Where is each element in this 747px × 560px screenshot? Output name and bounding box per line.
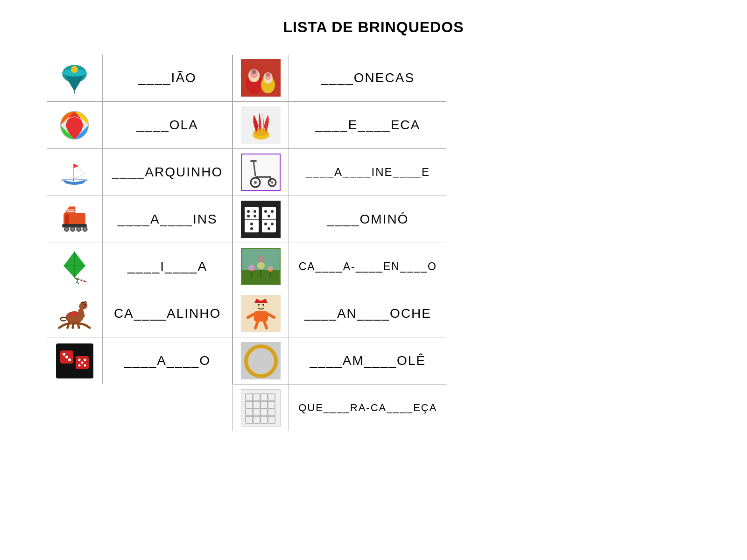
bamboleo-icon-cell: [233, 337, 289, 384]
table-row: ____E____ECA: [233, 102, 446, 149]
svg-point-97: [246, 346, 276, 376]
svg-point-95: [258, 304, 260, 306]
svg-point-75: [264, 210, 267, 213]
svg-rect-103: [246, 401, 253, 408]
pipa-text: ____I____A: [103, 243, 232, 290]
patins-icon: [57, 202, 92, 237]
svg-rect-110: [268, 409, 275, 416]
svg-line-34: [73, 322, 74, 328]
table-row: CA____ALINHO: [47, 290, 233, 337]
svg-point-44: [84, 364, 86, 367]
cacareco-icon-cell: [233, 243, 289, 290]
svg-point-64: [271, 182, 273, 184]
svg-rect-112: [253, 416, 260, 423]
fantoche-icon-cell: [233, 290, 289, 337]
svg-point-71: [250, 223, 253, 225]
boneca2-text: ____E____ECA: [289, 102, 446, 148]
bola-icon: [57, 108, 92, 143]
table-row: ____A____INE____E: [233, 149, 446, 196]
svg-point-70: [254, 215, 256, 217]
svg-point-79: [271, 223, 274, 225]
domino-text: ____OMINÓ: [289, 196, 446, 243]
domino-icon-cell: [233, 196, 289, 243]
cavalinho-icon: [57, 296, 92, 331]
quebracabeca-icon-cell: [233, 385, 289, 431]
svg-point-98: [248, 348, 274, 374]
svg-rect-105: [261, 401, 268, 408]
bonecas-icon-cell: [233, 55, 289, 101]
boneca2-icon-cell: [233, 102, 289, 148]
dado-text: ____A____O: [103, 337, 232, 384]
patinete-icon-cell: [233, 149, 289, 196]
svg-point-54: [266, 73, 270, 77]
svg-line-94: [264, 322, 267, 328]
svg-point-28: [84, 280, 85, 282]
svg-rect-90: [254, 311, 268, 322]
svg-rect-107: [246, 409, 253, 416]
svg-point-42: [78, 359, 81, 361]
svg-rect-113: [261, 416, 268, 423]
svg-point-43: [81, 362, 84, 364]
svg-rect-99: [246, 394, 253, 401]
patins-icon-cell: [47, 196, 103, 243]
barco-text: ____ARQUINHO: [103, 149, 232, 196]
svg-point-40: [68, 358, 71, 361]
table-row: ____A____O: [47, 337, 233, 384]
cavalinho-icon-cell: [47, 290, 103, 337]
piao-icon: [57, 61, 92, 96]
svg-point-26: [77, 278, 79, 280]
svg-rect-114: [268, 416, 275, 423]
dado-icon-cell: [47, 337, 103, 384]
svg-point-20: [78, 228, 80, 231]
table-row: ____A____INS: [47, 196, 233, 243]
svg-rect-106: [268, 401, 275, 408]
table-row: ____OMINÓ: [233, 196, 446, 243]
svg-line-35: [78, 322, 79, 328]
cacareco-svg: [242, 249, 280, 284]
barco-icon-cell: [47, 149, 103, 196]
left-column: ____IÃO ____OLA: [47, 55, 233, 431]
svg-point-22: [84, 228, 86, 231]
table-row: ____AN____OCHE: [233, 290, 446, 337]
svg-line-91: [248, 314, 254, 317]
svg-rect-100: [253, 394, 260, 401]
bamboleo-svg: [242, 343, 280, 378]
table-row: ____ONECAS: [233, 55, 446, 102]
svg-point-62: [254, 181, 257, 184]
domino-svg: [242, 202, 280, 237]
table-row: ____OLA: [47, 102, 233, 149]
svg-line-58: [254, 161, 255, 176]
bonecas-svg: [242, 61, 280, 96]
svg-point-80: [268, 227, 270, 230]
svg-rect-111: [246, 416, 253, 423]
patinete-svg: [244, 156, 278, 188]
svg-rect-102: [268, 394, 275, 401]
svg-rect-104: [253, 401, 260, 408]
svg-point-27: [81, 279, 83, 281]
cacareco-text: CA____A-____EN____O: [289, 243, 446, 290]
piao-text: ____IÃO: [103, 55, 232, 101]
bamboleo-text: ____AM____OLÊ: [289, 337, 446, 384]
svg-point-18: [71, 228, 74, 231]
page-title: LISTA DE BRINQUEDOS: [283, 19, 464, 36]
pipa-icon: [57, 249, 92, 284]
svg-point-38: [63, 353, 65, 356]
svg-line-92: [268, 314, 274, 317]
bola-text: ____OLA: [103, 102, 232, 148]
quebracabeca-text: QUE____RA-CA____EÇA: [289, 385, 446, 431]
svg-point-45: [78, 364, 81, 367]
svg-rect-109: [261, 409, 268, 416]
table-row: CA____A-____EN____O: [233, 243, 446, 290]
table-row: ____I____A: [47, 243, 233, 290]
svg-point-53: [252, 70, 256, 74]
svg-point-68: [254, 210, 256, 213]
main-grid: ____IÃO ____OLA: [47, 55, 700, 431]
right-column: ____ONECAS: [233, 55, 446, 431]
boneca2-svg: [245, 108, 277, 143]
svg-point-76: [271, 210, 274, 213]
bola-icon-cell: [47, 102, 103, 148]
pipa-icon-cell: [47, 243, 103, 290]
svg-point-46: [84, 359, 86, 361]
svg-line-93: [255, 322, 258, 328]
table-row: ____ARQUINHO: [47, 149, 233, 196]
